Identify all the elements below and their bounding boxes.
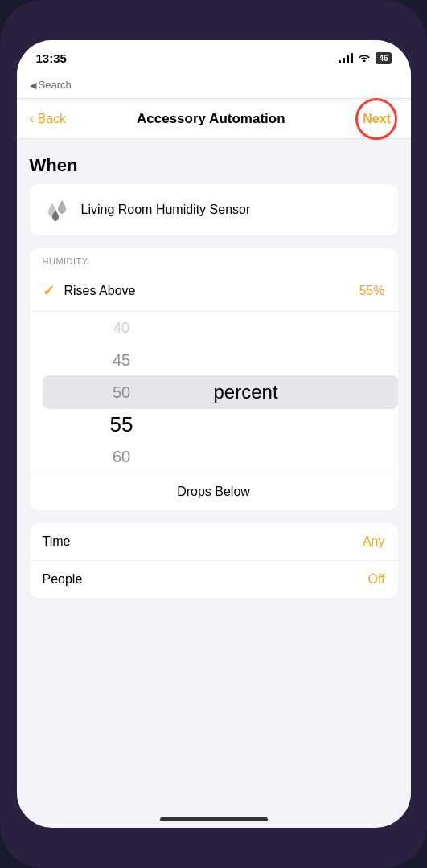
picker-item-45: 45 bbox=[30, 344, 214, 376]
back-button[interactable]: ‹ Back bbox=[30, 110, 67, 127]
battery-icon: 46 bbox=[376, 52, 391, 64]
checkmark-icon: ✓ bbox=[43, 282, 55, 300]
humidity-section: HUMIDITY ✓ Rises Above 55% 40 45 50 bbox=[30, 248, 398, 510]
rises-above-label: Rises Above bbox=[64, 284, 359, 298]
nav-title: Accessory Automation bbox=[137, 111, 285, 127]
time-row[interactable]: Time Any bbox=[30, 523, 398, 561]
picker-item-50: 50 bbox=[30, 376, 214, 408]
sensor-card[interactable]: Living Room Humidity Sensor bbox=[30, 184, 398, 235]
phone-frame: 13:35 46 bbox=[0, 0, 427, 868]
status-icons: 46 bbox=[339, 52, 391, 64]
home-indicator bbox=[160, 817, 268, 821]
back-label: Back bbox=[38, 112, 67, 126]
picker-wheel[interactable]: 40 45 50 55 60 65 70 percent bbox=[30, 312, 398, 473]
next-button[interactable]: Next bbox=[355, 98, 397, 140]
search-area: Search bbox=[17, 76, 411, 99]
picker-container[interactable]: 40 45 50 55 60 65 70 percent bbox=[30, 312, 398, 473]
picker-item-40: 40 bbox=[30, 312, 214, 344]
picker-unit-column: percent bbox=[214, 312, 398, 473]
picker-item-55-selected: 55 bbox=[30, 408, 214, 440]
search-back-label: Search bbox=[30, 79, 72, 91]
rises-above-option[interactable]: ✓ Rises Above 55% bbox=[30, 271, 398, 312]
status-bar: 13:35 46 bbox=[17, 40, 411, 76]
phone-screen: 13:35 46 bbox=[17, 40, 411, 828]
people-value: Off bbox=[367, 572, 384, 587]
sensor-name: Living Room Humidity Sensor bbox=[81, 203, 251, 217]
picker-item-60: 60 bbox=[30, 440, 214, 473]
humidity-label: HUMIDITY bbox=[30, 248, 398, 271]
humidity-sensor-icon bbox=[43, 195, 72, 224]
back-chevron-icon: ‹ bbox=[30, 110, 35, 127]
picker-unit-text: percent bbox=[214, 381, 278, 403]
nav-header: ‹ Back Accessory Automation Next bbox=[17, 99, 411, 139]
rises-above-value: 55% bbox=[359, 284, 384, 298]
status-time: 13:35 bbox=[36, 51, 67, 65]
options-section: Time Any People Off bbox=[30, 523, 398, 598]
time-label: Time bbox=[43, 534, 71, 549]
wifi-icon bbox=[358, 52, 371, 64]
drops-below-label: Drops Below bbox=[177, 485, 250, 498]
main-content: When Living Room Humidity Sensor HUMIDIT… bbox=[17, 139, 411, 811]
next-label: Next bbox=[363, 112, 391, 126]
when-section-header: When bbox=[17, 139, 411, 184]
drops-below-option[interactable]: Drops Below bbox=[30, 473, 398, 510]
picker-number-column[interactable]: 40 45 50 55 60 65 70 bbox=[30, 312, 214, 473]
people-row[interactable]: People Off bbox=[30, 561, 398, 598]
people-label: People bbox=[43, 572, 83, 587]
time-value: Any bbox=[363, 534, 385, 549]
signal-icon bbox=[339, 53, 353, 63]
